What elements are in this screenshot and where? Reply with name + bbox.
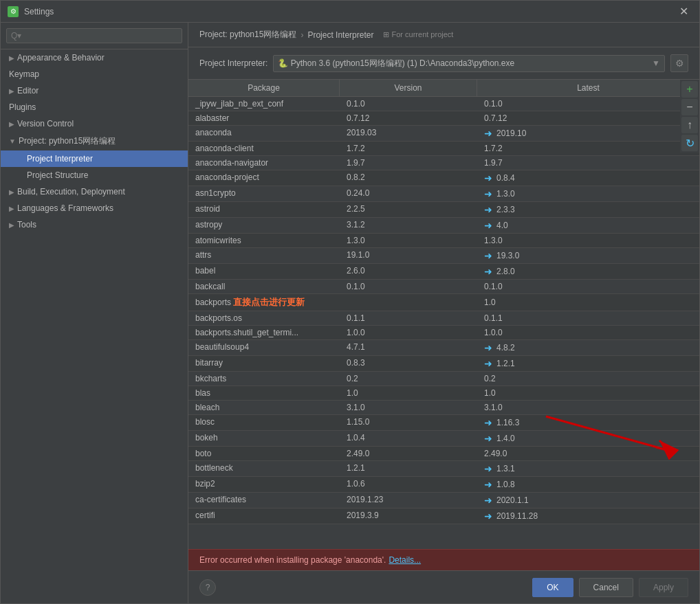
table-row[interactable]: astroid2.2.5➜2.3.3	[188, 202, 699, 218]
table-row[interactable]: certifi2019.3.9➜2019.11.28	[188, 508, 699, 524]
package-version: 0.1.0	[340, 280, 477, 293]
update-arrow-icon: ➜	[484, 342, 492, 353]
col-version: Version	[340, 80, 477, 96]
package-version: 3.1.2	[340, 218, 477, 233]
main-panel: Project: python15网络编程 › Project Interpre…	[188, 23, 699, 603]
package-latest: 1.0	[477, 294, 699, 311]
sidebar-item-label-project: Project: python15网络编程	[19, 135, 116, 147]
package-version	[340, 294, 477, 311]
sidebar-item-project-structure[interactable]: Project Structure	[1, 167, 188, 183]
remove-package-button[interactable]: −	[681, 99, 698, 115]
table-row[interactable]: anaconda2019.03➜2019.10	[188, 126, 699, 142]
package-name: _ipyw_jlab_nb_ext_conf	[188, 97, 340, 111]
sidebar-item-plugins[interactable]: Plugins	[1, 99, 188, 115]
table-row[interactable]: asn1crypto0.24.0➜1.3.0	[188, 186, 699, 202]
sidebar: ▶Appearance & BehaviorKeymap▶EditorPlugi…	[1, 23, 188, 603]
table-row[interactable]: bleach3.1.03.1.0	[188, 401, 699, 415]
error-bar: Error occurred when installing package '…	[188, 549, 699, 570]
table-row[interactable]: atomicwrites1.3.01.3.0	[188, 234, 699, 248]
table-row[interactable]: bottleneck1.2.1➜1.3.1	[188, 461, 699, 477]
close-button[interactable]: ✕	[675, 3, 692, 19]
apply-button[interactable]: Apply	[639, 578, 688, 597]
update-arrow-icon: ➜	[484, 479, 492, 490]
table-row[interactable]: anaconda-project0.8.2➜0.8.4	[188, 170, 699, 186]
package-name: backports.os	[188, 311, 340, 325]
update-arrow-icon: ➜	[484, 220, 492, 231]
package-version: 19.1.0	[340, 248, 477, 263]
package-version: 1.0.4	[340, 431, 477, 446]
table-row[interactable]: attrs19.1.0➜19.3.0	[188, 248, 699, 264]
package-latest: 0.7.12	[477, 111, 699, 125]
package-version: 0.1.0	[340, 97, 477, 111]
table-actions: + − ↑ ↻	[680, 80, 699, 153]
expand-arrow-appearance: ▶	[9, 54, 14, 62]
package-latest: ➜2020.1.1	[477, 493, 699, 508]
table-row[interactable]: babel2.6.0➜2.8.0	[188, 264, 699, 280]
table-row[interactable]: boto2.49.02.49.0	[188, 447, 699, 461]
package-name: backports 直接点击进行更新	[188, 294, 340, 311]
table-row[interactable]: backports 直接点击进行更新1.0	[188, 294, 699, 311]
table-row[interactable]: ca-certificates2019.1.23➜2020.1.1	[188, 493, 699, 508]
ok-button[interactable]: OK	[532, 578, 573, 597]
add-package-button[interactable]: +	[681, 81, 698, 98]
sidebar-item-label-project-structure: Project Structure	[27, 170, 88, 180]
package-name: backports.shutil_get_termi...	[188, 326, 340, 339]
error-details-link[interactable]: Details...	[389, 555, 421, 565]
package-version: 0.24.0	[340, 186, 477, 201]
table-row[interactable]: backports.shutil_get_termi...1.0.01.0.0	[188, 326, 699, 340]
package-latest: ➜1.0.8	[477, 477, 699, 492]
table-row[interactable]: anaconda-navigator1.9.71.9.7	[188, 156, 699, 170]
title-bar: ⚙ Settings ✕	[1, 1, 699, 23]
sidebar-item-project-interpreter[interactable]: Project Interpreter	[1, 150, 188, 167]
refresh-button[interactable]: ↻	[681, 135, 698, 151]
table-row[interactable]: anaconda-client1.7.21.7.2	[188, 142, 699, 156]
window-title: Settings	[24, 7, 675, 16]
package-name: boto	[188, 447, 340, 460]
table-row[interactable]: bzip21.0.6➜1.0.8	[188, 477, 699, 493]
sidebar-item-label-keymap: Keymap	[9, 69, 39, 79]
cancel-button[interactable]: Cancel	[579, 578, 633, 597]
table-row[interactable]: bkcharts0.20.2	[188, 372, 699, 386]
package-latest: ➜1.3.0	[477, 186, 699, 201]
package-name: astropy	[188, 218, 340, 233]
sidebar-item-label-tools: Tools	[17, 220, 36, 230]
table-row[interactable]: beautifulsoup44.7.1➜4.8.2	[188, 340, 699, 356]
upgrade-package-button[interactable]: ↑	[681, 117, 698, 133]
package-latest: 3.1.0	[477, 401, 699, 414]
sidebar-item-editor[interactable]: ▶Editor	[1, 82, 188, 99]
sidebar-item-build[interactable]: ▶Build, Execution, Deployment	[1, 183, 188, 200]
interpreter-gear-button[interactable]: ⚙	[670, 54, 688, 72]
package-latest: 1.0	[477, 386, 699, 400]
table-row[interactable]: backports.os0.1.10.1.1	[188, 311, 699, 326]
update-arrow-icon: ➜	[484, 495, 492, 506]
package-name: blosc	[188, 415, 340, 430]
table-row[interactable]: _ipyw_jlab_nb_ext_conf0.1.00.1.0	[188, 97, 699, 111]
package-table-container: Package Version Latest _ipyw_jlab_nb_ext…	[188, 80, 699, 549]
table-row[interactable]: backcall0.1.00.1.0	[188, 280, 699, 294]
package-name: attrs	[188, 248, 340, 263]
breadcrumb-tag: ⊞ For current project	[383, 30, 453, 39]
sidebar-item-version-control[interactable]: ▶Version Control	[1, 115, 188, 132]
help-button[interactable]: ?	[199, 579, 216, 596]
breadcrumb-project: Project: python15网络编程	[199, 29, 296, 41]
table-row[interactable]: blas1.01.0	[188, 386, 699, 401]
expand-arrow-build: ▶	[9, 188, 14, 196]
search-input[interactable]	[6, 28, 182, 43]
sidebar-item-project[interactable]: ▼Project: python15网络编程	[1, 132, 188, 150]
table-row[interactable]: alabaster0.7.120.7.12	[188, 111, 699, 126]
table-row[interactable]: blosc1.15.0➜1.16.3	[188, 415, 699, 431]
sidebar-item-keymap[interactable]: Keymap	[1, 66, 188, 82]
sidebar-item-tools[interactable]: ▶Tools	[1, 216, 188, 233]
update-arrow-icon: ➜	[484, 417, 492, 428]
sidebar-item-languages[interactable]: ▶Languages & Frameworks	[1, 200, 188, 216]
sidebar-item-appearance[interactable]: ▶Appearance & Behavior	[1, 49, 188, 66]
table-row[interactable]: bokeh1.0.4➜1.4.0	[188, 431, 699, 447]
package-latest: ➜19.3.0	[477, 248, 699, 263]
table-row[interactable]: bitarray0.8.3➜1.2.1	[188, 356, 699, 372]
interpreter-value: 🐍 Python 3.6 (python15网络编程) (1) D:\Anaco…	[278, 58, 649, 69]
sidebar-search-container	[1, 23, 188, 49]
breadcrumb-current: Project Interpreter	[307, 30, 373, 40]
interpreter-select[interactable]: 🐍 Python 3.6 (python15网络编程) (1) D:\Anaco…	[273, 55, 665, 72]
table-row[interactable]: astropy3.1.2➜4.0	[188, 218, 699, 234]
sidebar-item-label-languages: Languages & Frameworks	[17, 203, 113, 213]
